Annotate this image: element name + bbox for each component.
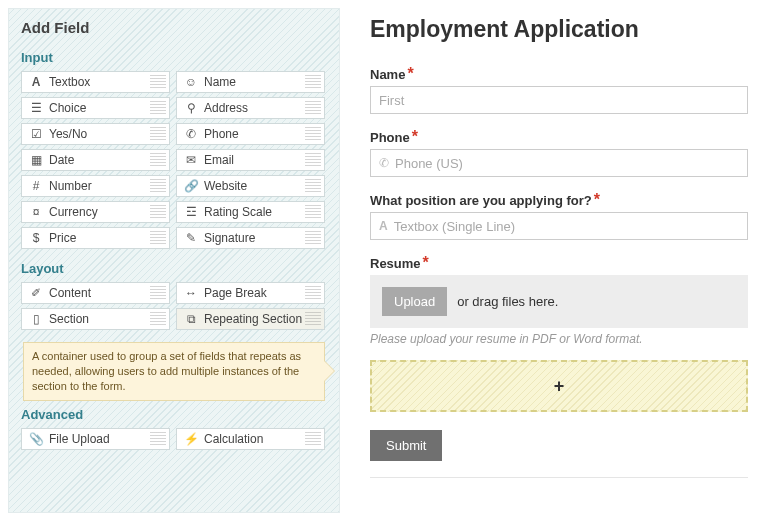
field-email[interactable]: ✉Email xyxy=(176,149,325,171)
field-repeating-section[interactable]: ⧉Repeating Section xyxy=(176,308,325,330)
resume-hint: Please upload your resume in PDF or Word… xyxy=(370,332,748,346)
section-layout: Layout xyxy=(21,261,327,276)
upload-dropzone[interactable]: Upload or drag files here. xyxy=(370,275,748,328)
grab-icon xyxy=(305,153,321,167)
name-label: Name xyxy=(370,67,405,82)
required-mark: * xyxy=(412,128,418,145)
grab-icon xyxy=(305,312,321,326)
upload-button[interactable]: Upload xyxy=(382,287,447,316)
required-mark: * xyxy=(407,65,413,82)
phone-input[interactable]: ✆Phone (US) xyxy=(370,149,748,177)
field-phone[interactable]: ✆Phone xyxy=(176,123,325,145)
form-title: Employment Application xyxy=(370,16,748,43)
calendar-icon: ▦ xyxy=(28,153,44,167)
attach-icon: 📎 xyxy=(28,432,44,446)
grab-icon xyxy=(150,127,166,141)
form-preview: Employment Application Name* First Phone… xyxy=(340,8,764,513)
position-field: What position are you applying for?* ATe… xyxy=(370,191,748,240)
field-signature[interactable]: ✎Signature xyxy=(176,227,325,249)
grab-icon xyxy=(150,231,166,245)
grab-icon xyxy=(150,205,166,219)
field-website[interactable]: 🔗Website xyxy=(176,175,325,197)
dollar-icon: $ xyxy=(28,231,44,245)
grab-icon xyxy=(150,179,166,193)
currency-icon: ¤ xyxy=(28,205,44,219)
required-mark: * xyxy=(423,254,429,271)
page-icon: ▯ xyxy=(28,312,44,326)
field-pagebreak[interactable]: ↔Page Break xyxy=(176,282,325,304)
link-icon: 🔗 xyxy=(183,179,199,193)
upload-hint-text: or drag files here. xyxy=(457,294,558,309)
grab-icon xyxy=(305,101,321,115)
resume-field: Resume* Upload or drag files here. Pleas… xyxy=(370,254,748,346)
grab-icon xyxy=(305,432,321,446)
field-section[interactable]: ▯Section xyxy=(21,308,170,330)
list-icon: ☰ xyxy=(28,101,44,115)
rating-icon: ☲ xyxy=(183,205,199,219)
position-label: What position are you applying for? xyxy=(370,193,592,208)
repeating-section-dropzone[interactable]: + xyxy=(370,360,748,412)
footer-divider xyxy=(370,477,748,478)
resume-label: Resume xyxy=(370,256,421,271)
name-input[interactable]: First xyxy=(370,86,748,114)
field-name[interactable]: ☺Name xyxy=(176,71,325,93)
phone-icon: ✆ xyxy=(379,156,389,170)
submit-button[interactable]: Submit xyxy=(370,430,442,461)
grab-icon xyxy=(150,153,166,167)
pin-icon: ⚲ xyxy=(183,101,199,115)
section-advanced: Advanced xyxy=(21,407,327,422)
field-date[interactable]: ▦Date xyxy=(21,149,170,171)
field-address[interactable]: ⚲Address xyxy=(176,97,325,119)
grab-icon xyxy=(150,312,166,326)
section-input: Input xyxy=(21,50,327,65)
grab-icon xyxy=(150,101,166,115)
grab-icon xyxy=(150,432,166,446)
plus-icon: + xyxy=(554,376,565,397)
font-icon: A xyxy=(28,75,44,89)
field-calculation[interactable]: ⚡Calculation xyxy=(176,428,325,450)
phone-label: Phone xyxy=(370,130,410,145)
field-textbox[interactable]: ATextbox xyxy=(21,71,170,93)
grab-icon xyxy=(150,75,166,89)
grab-icon xyxy=(305,127,321,141)
field-price[interactable]: $Price xyxy=(21,227,170,249)
add-field-panel: Add Field Input ATextbox ☺Name ☰Choice ⚲… xyxy=(8,8,340,513)
field-currency[interactable]: ¤Currency xyxy=(21,201,170,223)
repeat-icon: ⧉ xyxy=(183,312,199,326)
field-content[interactable]: ✐Content xyxy=(21,282,170,304)
check-icon: ☑ xyxy=(28,127,44,141)
font-icon: A xyxy=(379,219,388,233)
arrow-icon: ↔ xyxy=(183,286,199,300)
grab-icon xyxy=(305,179,321,193)
field-choice[interactable]: ☰Choice xyxy=(21,97,170,119)
smiley-icon: ☺ xyxy=(183,75,199,89)
name-field: Name* First xyxy=(370,65,748,114)
phone-field: Phone* ✆Phone (US) xyxy=(370,128,748,177)
edit-icon: ✐ xyxy=(28,286,44,300)
grab-icon xyxy=(305,75,321,89)
pencil-icon: ✎ xyxy=(183,231,199,245)
field-tooltip: A container used to group a set of field… xyxy=(23,342,325,401)
phone-icon: ✆ xyxy=(183,127,199,141)
grab-icon xyxy=(150,286,166,300)
field-rating[interactable]: ☲Rating Scale xyxy=(176,201,325,223)
sidebar-title: Add Field xyxy=(21,19,327,36)
field-number[interactable]: #Number xyxy=(21,175,170,197)
field-fileupload[interactable]: 📎File Upload xyxy=(21,428,170,450)
hash-icon: # xyxy=(28,179,44,193)
required-mark: * xyxy=(594,191,600,208)
grab-icon xyxy=(305,286,321,300)
field-yesno[interactable]: ☑Yes/No xyxy=(21,123,170,145)
position-input[interactable]: ATextbox (Single Line) xyxy=(370,212,748,240)
grab-icon xyxy=(305,205,321,219)
bolt-icon: ⚡ xyxy=(183,432,199,446)
mail-icon: ✉ xyxy=(183,153,199,167)
grab-icon xyxy=(305,231,321,245)
